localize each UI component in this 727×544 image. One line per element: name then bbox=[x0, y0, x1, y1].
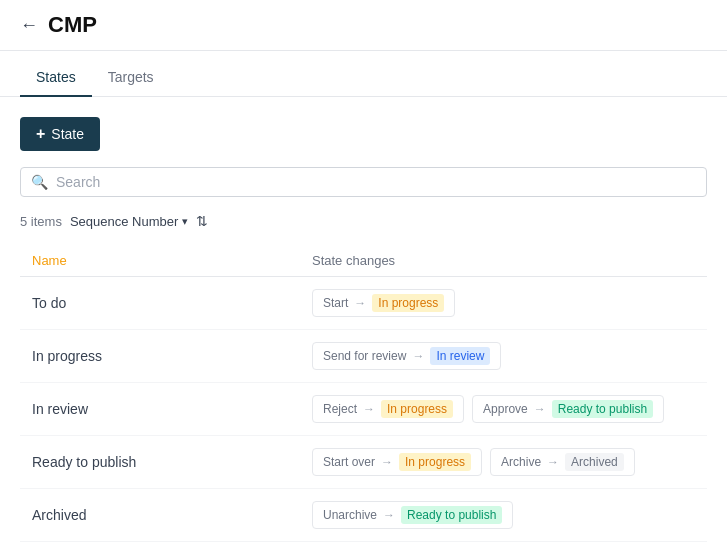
change-pill: Approve→Ready to publish bbox=[472, 395, 664, 423]
header: ← CMP bbox=[0, 0, 727, 51]
change-arrow-icon: → bbox=[412, 349, 424, 363]
change-arrow-icon: → bbox=[383, 508, 395, 522]
change-pill: Start over→In progress bbox=[312, 448, 482, 476]
change-target: In progress bbox=[381, 400, 453, 418]
state-name: To do bbox=[32, 295, 66, 311]
tabs-bar: States Targets bbox=[0, 59, 727, 97]
change-action: Reject bbox=[323, 402, 357, 416]
col-header-changes: State changes bbox=[300, 245, 707, 277]
back-button[interactable]: ← bbox=[20, 15, 38, 36]
state-changes: Start over→In progressArchive→Archived bbox=[312, 448, 695, 476]
search-icon: 🔍 bbox=[31, 174, 48, 190]
change-pill: Reject→In progress bbox=[312, 395, 464, 423]
change-arrow-icon: → bbox=[354, 296, 366, 310]
search-input[interactable] bbox=[56, 174, 696, 190]
table-row[interactable]: Ready to publishStart over→In progressAr… bbox=[20, 436, 707, 489]
change-arrow-icon: → bbox=[363, 402, 375, 416]
table-row[interactable]: To doStart→In progress bbox=[20, 277, 707, 330]
col-header-name: Name bbox=[20, 245, 300, 277]
table-row[interactable]: ArchivedUnarchive→Ready to publish bbox=[20, 489, 707, 542]
add-state-button[interactable]: + State bbox=[20, 117, 100, 151]
sort-field-label: Sequence Number bbox=[70, 214, 178, 229]
change-pill: Send for review→In review bbox=[312, 342, 501, 370]
change-action: Start bbox=[323, 296, 348, 310]
states-table: Name State changes To doStart→In progres… bbox=[20, 245, 707, 542]
change-pill: Archive→Archived bbox=[490, 448, 635, 476]
state-changes: Unarchive→Ready to publish bbox=[312, 501, 695, 529]
change-arrow-icon: → bbox=[381, 455, 393, 469]
app-title: CMP bbox=[48, 12, 97, 38]
table-row[interactable]: In progressSend for review→In review bbox=[20, 330, 707, 383]
back-arrow-icon: ← bbox=[20, 15, 38, 36]
change-target: In progress bbox=[372, 294, 444, 312]
change-action: Archive bbox=[501, 455, 541, 469]
sort-arrow-icon: ▾ bbox=[182, 215, 188, 228]
state-name: In review bbox=[32, 401, 88, 417]
main-content: + State 🔍 5 items Sequence Number ▾ ⇅ Na… bbox=[0, 97, 727, 544]
change-arrow-icon: → bbox=[534, 402, 546, 416]
state-name: Archived bbox=[32, 507, 86, 523]
sort-direction-button[interactable]: ⇅ bbox=[196, 213, 208, 229]
change-arrow-icon: → bbox=[547, 455, 559, 469]
change-target: In review bbox=[430, 347, 490, 365]
state-name: In progress bbox=[32, 348, 102, 364]
tab-targets[interactable]: Targets bbox=[92, 59, 170, 97]
change-target: Ready to publish bbox=[401, 506, 502, 524]
change-target: Ready to publish bbox=[552, 400, 653, 418]
sort-field-button[interactable]: Sequence Number ▾ bbox=[70, 214, 188, 229]
state-changes: Send for review→In review bbox=[312, 342, 695, 370]
sort-bar: 5 items Sequence Number ▾ ⇅ bbox=[20, 213, 707, 229]
plus-icon: + bbox=[36, 125, 45, 143]
state-changes: Reject→In progressApprove→Ready to publi… bbox=[312, 395, 695, 423]
tab-states[interactable]: States bbox=[20, 59, 92, 97]
change-action: Approve bbox=[483, 402, 528, 416]
change-pill: Unarchive→Ready to publish bbox=[312, 501, 513, 529]
change-action: Send for review bbox=[323, 349, 406, 363]
add-state-label: State bbox=[51, 126, 84, 142]
items-count: 5 items bbox=[20, 214, 62, 229]
state-changes: Start→In progress bbox=[312, 289, 695, 317]
change-target: In progress bbox=[399, 453, 471, 471]
change-action: Unarchive bbox=[323, 508, 377, 522]
change-action: Start over bbox=[323, 455, 375, 469]
change-pill: Start→In progress bbox=[312, 289, 455, 317]
change-target: Archived bbox=[565, 453, 624, 471]
state-name: Ready to publish bbox=[32, 454, 136, 470]
search-container: 🔍 bbox=[20, 167, 707, 197]
table-row[interactable]: In reviewReject→In progressApprove→Ready… bbox=[20, 383, 707, 436]
